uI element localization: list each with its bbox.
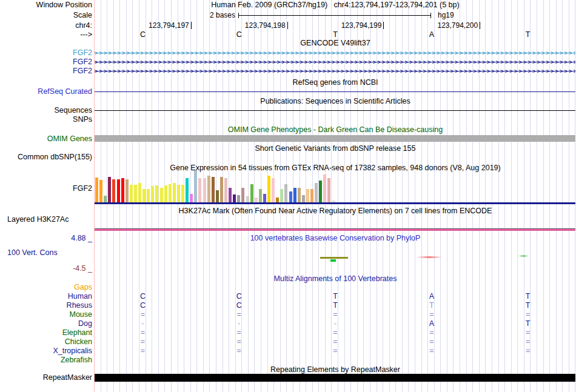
gtex-tissue-bar: [327, 178, 330, 202]
gtex-tissue-bar: [229, 188, 232, 202]
track-label-refseq-curated[interactable]: RefSeq Curated: [1, 87, 92, 96]
multiz-species-label[interactable]: X_tropicalis: [1, 347, 92, 356]
gene-exon-arrows[interactable]: >>>>>>>>>>>>>>>>>>>>>>>>>>>>>>>>>>>>>>>>…: [95, 67, 575, 76]
multiz-alignment-cell: A: [424, 292, 439, 301]
gtex-tissue-bar: [177, 185, 180, 202]
multiz-species-label[interactable]: Gaps: [1, 283, 92, 292]
track-label-100-vert-cons[interactable]: 100 Vert. Cons: [7, 248, 74, 257]
gtex-tissue-bar: [155, 185, 158, 202]
track-title-repeatmasker[interactable]: Repeating Elements by RepeatMasker: [95, 365, 576, 374]
phylop-mark: [330, 259, 336, 262]
multiz-alignment-cell: -: [232, 319, 246, 328]
direction-label[interactable]: --->: [1, 30, 92, 39]
gtex-tissue-bar: [99, 180, 102, 202]
gtex-tissue-bar: [112, 179, 115, 202]
multiz-species-label[interactable]: Chicken: [1, 337, 92, 347]
gtex-tissue-bar: [181, 185, 184, 202]
dna-base-letter: T: [328, 30, 343, 39]
multiz-alignment-cell: A: [424, 319, 439, 328]
position-tick-label: 123,794,198: [213, 21, 286, 30]
chrom-label: chr4:: [1, 21, 92, 30]
multiz-alignment-cell: =: [135, 310, 150, 319]
gtex-tissue-bar: [302, 195, 305, 202]
gtex-tissue-bar: [284, 184, 287, 202]
track-label-omim-genes[interactable]: OMIM Genes: [1, 135, 92, 144]
multiz-alignment-cell: =: [424, 310, 439, 319]
multiz-species-label[interactable]: Mouse: [1, 310, 92, 319]
gene-label-fgf2[interactable]: FGF2: [1, 67, 92, 76]
refseq-gene-line[interactable]: [95, 91, 575, 92]
multiz-alignment-cell: =: [232, 310, 246, 319]
gtex-tissue-bar: [126, 179, 129, 202]
gene-label-fgf2[interactable]: FGF2: [1, 48, 92, 58]
gtex-tissue-bar: [147, 189, 150, 202]
multiz-alignment-cell: =: [328, 328, 343, 337]
track-title-phylop[interactable]: 100 vertebrates Basewise Conservation by…: [95, 234, 576, 243]
gtex-tissue-bar: [237, 195, 240, 202]
track-label-layered-h3k27ac[interactable]: Layered H3K27Ac: [7, 215, 80, 224]
gtex-tissue-bar: [207, 176, 210, 202]
gtex-tissue-bar: [194, 170, 197, 202]
omim-gene-bar[interactable]: [95, 135, 575, 142]
track-title-dbsnp[interactable]: Short Genetic Variants from dbSNP releas…: [95, 144, 576, 153]
multiz-alignment-cell: =: [521, 310, 535, 319]
gtex-tissue-bar: [315, 183, 318, 202]
assembly-title: Human Feb. 2009 (GRCh37/hg19): [211, 1, 327, 9]
multiz-alignment-cell: C: [135, 292, 150, 301]
gtex-tissue-bar: [267, 176, 270, 202]
multiz-species-label[interactable]: Elephant: [1, 328, 92, 337]
track-label-snps[interactable]: SNPs: [1, 115, 92, 124]
gtex-tissue-bar: [164, 185, 167, 202]
track-label-sequences[interactable]: Sequences: [1, 106, 92, 115]
scale-value: 2 bases: [95, 11, 235, 19]
gtex-tissue-bar: [169, 184, 172, 202]
gtex-tissue-bar: [151, 186, 154, 202]
multiz-alignment-cell: -: [135, 319, 150, 328]
gtex-expression-bar-chart[interactable]: [95, 169, 576, 202]
repeatmasker-element-bar[interactable]: [95, 374, 575, 382]
gene-exon-arrows[interactable]: >>>>>>>>>>>>>>>>>>>>>>>>>>>>>>>>>>>>>>>>…: [95, 58, 575, 67]
phylop-mark: [417, 256, 442, 258]
gtex-tissue-bar: [138, 183, 141, 202]
track-label-gtex-fgf2[interactable]: FGF2: [1, 184, 92, 193]
multiz-alignment-cell: =: [328, 310, 343, 319]
multiz-alignment-cell: =: [424, 347, 439, 356]
track-title-refseq[interactable]: RefSeq genes from NCBI: [95, 78, 576, 87]
multiz-species-label[interactable]: Rhesus: [1, 301, 92, 310]
gtex-tissue-bar: [104, 196, 107, 202]
track-title-publications[interactable]: Publications: Sequences in Scientific Ar…: [95, 97, 576, 106]
multiz-alignment-cell: T: [328, 292, 343, 301]
multiz-alignment-cell: T: [521, 301, 535, 310]
multiz-alignment-cell: T: [328, 301, 343, 310]
gtex-tissue-bar: [198, 178, 201, 202]
track-title-omim[interactable]: OMIM Gene Phenotypes - Dark Green Can Be…: [95, 125, 576, 135]
gtex-tissue-bar: [203, 178, 206, 202]
multiz-species-label[interactable]: Zebrafish: [1, 356, 92, 365]
gtex-tissue-bar: [259, 189, 262, 202]
multiz-alignment-cell: =: [135, 347, 150, 356]
track-title-gencode[interactable]: GENCODE V49lift37: [95, 39, 576, 48]
multiz-alignment-cell: =: [135, 337, 150, 347]
gtex-tissue-bar: [117, 179, 120, 202]
gtex-tissue-bar: [220, 177, 223, 202]
gtex-tissue-bar: [233, 194, 236, 202]
multiz-species-label[interactable]: Dog: [1, 319, 92, 328]
gtex-tissue-bar: [323, 174, 326, 202]
track-label-common-dbsnp[interactable]: Common dbSNP(155): [1, 153, 92, 162]
multiz-alignment-cell: T: [521, 319, 535, 328]
h3k27ac-signal-band[interactable]: [95, 228, 575, 231]
position-tick-mark: [480, 22, 480, 29]
multiz-alignment-cell: =: [521, 337, 535, 347]
scale-ruler-tick-right: [430, 13, 431, 18]
gene-label-fgf2[interactable]: FGF2: [1, 58, 92, 67]
dna-base-letter: T: [521, 30, 535, 39]
gtex-tissue-bar: [216, 190, 219, 202]
sequences-item-line[interactable]: [95, 110, 575, 111]
genome-browser-image[interactable]: Window Position Human Feb. 2009 (GRCh37/…: [0, 0, 576, 392]
multiz-species-label[interactable]: Human: [1, 292, 92, 301]
track-title-h3k27ac[interactable]: H3K27Ac Mark (Often Found Near Active Re…: [95, 207, 576, 216]
gene-exon-arrows[interactable]: >>>>>>>>>>>>>>>>>>>>>>>>>>>>>>>>>>>>>>>>…: [95, 48, 575, 58]
track-title-multiz[interactable]: Multiz Alignments of 100 Vertebrates: [95, 274, 576, 284]
dna-base-letter: C: [135, 30, 150, 39]
track-label-repeatmasker[interactable]: RepeatMasker: [1, 373, 92, 382]
